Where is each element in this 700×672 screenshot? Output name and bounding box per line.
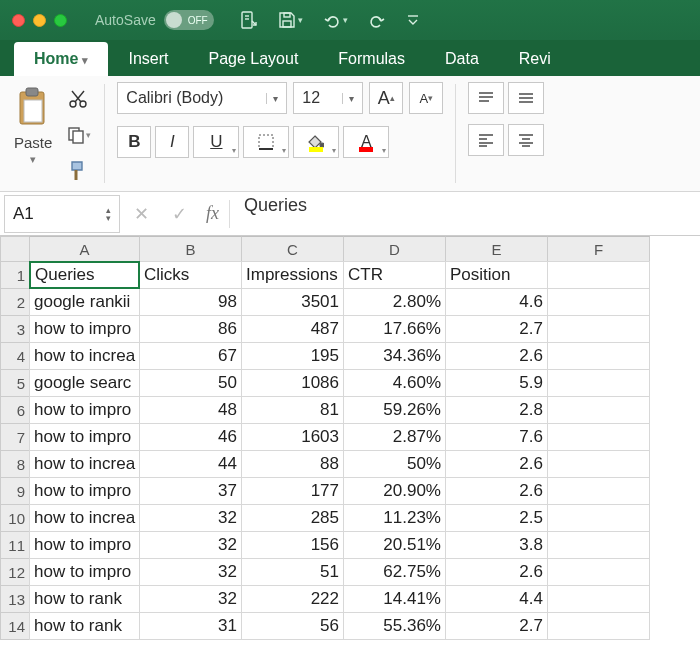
row-header[interactable]: 12 xyxy=(0,558,30,586)
cell-C13[interactable]: 222 xyxy=(241,585,344,613)
cell-B14[interactable]: 31 xyxy=(139,612,242,640)
row-header[interactable]: 10 xyxy=(0,504,30,532)
cell-F12[interactable] xyxy=(547,558,650,586)
shrink-font-button[interactable]: A▾ xyxy=(409,82,443,114)
autosave-switch[interactable]: OFF xyxy=(164,10,214,30)
cell-B5[interactable]: 50 xyxy=(139,369,242,397)
cell-F2[interactable] xyxy=(547,288,650,316)
col-header-A[interactable]: A xyxy=(29,236,140,262)
cell-C4[interactable]: 195 xyxy=(241,342,344,370)
cell-E2[interactable]: 4.6 xyxy=(445,288,548,316)
tab-review[interactable]: Revi xyxy=(499,42,571,76)
cell-D8[interactable]: 50% xyxy=(343,450,446,478)
cell-D2[interactable]: 2.80% xyxy=(343,288,446,316)
cell-B4[interactable]: 67 xyxy=(139,342,242,370)
row-header[interactable]: 7 xyxy=(0,423,30,451)
accept-formula-icon[interactable]: ✓ xyxy=(162,197,196,231)
row-header[interactable]: 9 xyxy=(0,477,30,505)
cell-E3[interactable]: 2.7 xyxy=(445,315,548,343)
cell-B12[interactable]: 32 xyxy=(139,558,242,586)
cell-E1[interactable]: Position xyxy=(445,261,548,289)
save-icon[interactable]: ▾ xyxy=(278,11,303,29)
row-header[interactable]: 5 xyxy=(0,369,30,397)
cell-D5[interactable]: 4.60% xyxy=(343,369,446,397)
cell-A7[interactable]: how to impro xyxy=(29,423,140,451)
cell-D14[interactable]: 55.36% xyxy=(343,612,446,640)
fx-label[interactable]: fx xyxy=(200,203,225,224)
cell-F9[interactable] xyxy=(547,477,650,505)
cell-D7[interactable]: 2.87% xyxy=(343,423,446,451)
cell-F13[interactable] xyxy=(547,585,650,613)
cell-A9[interactable]: how to impro xyxy=(29,477,140,505)
cell-F14[interactable] xyxy=(547,612,650,640)
cell-A3[interactable]: how to impro xyxy=(29,315,140,343)
cell-E5[interactable]: 5.9 xyxy=(445,369,548,397)
cell-D10[interactable]: 11.23% xyxy=(343,504,446,532)
col-header-C[interactable]: C xyxy=(241,236,344,262)
cell-E10[interactable]: 2.5 xyxy=(445,504,548,532)
cell-D4[interactable]: 34.36% xyxy=(343,342,446,370)
align-left-button[interactable] xyxy=(468,124,504,156)
copy-icon[interactable]: ▾ xyxy=(64,122,92,148)
row-header[interactable]: 3 xyxy=(0,315,30,343)
col-header-F[interactable]: F xyxy=(547,236,650,262)
cell-D12[interactable]: 62.75% xyxy=(343,558,446,586)
cell-B13[interactable]: 32 xyxy=(139,585,242,613)
col-header-D[interactable]: D xyxy=(343,236,446,262)
cell-D6[interactable]: 59.26% xyxy=(343,396,446,424)
cell-B7[interactable]: 46 xyxy=(139,423,242,451)
cancel-formula-icon[interactable]: ✕ xyxy=(124,197,158,231)
cell-F3[interactable] xyxy=(547,315,650,343)
cell-E4[interactable]: 2.6 xyxy=(445,342,548,370)
cell-A6[interactable]: how to impro xyxy=(29,396,140,424)
cell-B11[interactable]: 32 xyxy=(139,531,242,559)
cell-F6[interactable] xyxy=(547,396,650,424)
col-header-B[interactable]: B xyxy=(139,236,242,262)
formula-input[interactable]: Queries xyxy=(234,195,696,233)
cell-B3[interactable]: 86 xyxy=(139,315,242,343)
row-header[interactable]: 4 xyxy=(0,342,30,370)
underline-button[interactable]: U▾ xyxy=(193,126,239,158)
cell-B10[interactable]: 32 xyxy=(139,504,242,532)
cell-C5[interactable]: 1086 xyxy=(241,369,344,397)
cell-E7[interactable]: 7.6 xyxy=(445,423,548,451)
cell-C8[interactable]: 88 xyxy=(241,450,344,478)
undo-icon[interactable]: ▾ xyxy=(323,11,348,29)
select-all-corner[interactable] xyxy=(0,236,30,262)
cell-E14[interactable]: 2.7 xyxy=(445,612,548,640)
italic-button[interactable]: I xyxy=(155,126,189,158)
fill-color-button[interactable]: ▾ xyxy=(293,126,339,158)
cell-A11[interactable]: how to impro xyxy=(29,531,140,559)
close-window-icon[interactable] xyxy=(12,14,25,27)
cell-B9[interactable]: 37 xyxy=(139,477,242,505)
cell-C12[interactable]: 51 xyxy=(241,558,344,586)
cell-A12[interactable]: how to impro xyxy=(29,558,140,586)
cell-C6[interactable]: 81 xyxy=(241,396,344,424)
cell-E9[interactable]: 2.6 xyxy=(445,477,548,505)
quick-access-dropdown-icon[interactable] xyxy=(406,13,420,27)
cell-C11[interactable]: 156 xyxy=(241,531,344,559)
cell-F10[interactable] xyxy=(547,504,650,532)
cell-B6[interactable]: 48 xyxy=(139,396,242,424)
cell-F11[interactable] xyxy=(547,531,650,559)
cell-B2[interactable]: 98 xyxy=(139,288,242,316)
cell-A4[interactable]: how to increa xyxy=(29,342,140,370)
font-color-button[interactable]: A ▾ xyxy=(343,126,389,158)
cell-C10[interactable]: 285 xyxy=(241,504,344,532)
cell-E12[interactable]: 2.6 xyxy=(445,558,548,586)
row-header[interactable]: 8 xyxy=(0,450,30,478)
cell-A5[interactable]: google searc xyxy=(29,369,140,397)
cell-E11[interactable]: 3.8 xyxy=(445,531,548,559)
cell-A8[interactable]: how to increa xyxy=(29,450,140,478)
cell-E6[interactable]: 2.8 xyxy=(445,396,548,424)
tab-data[interactable]: Data xyxy=(425,42,499,76)
row-header[interactable]: 11 xyxy=(0,531,30,559)
fullscreen-window-icon[interactable] xyxy=(54,14,67,27)
font-size-combo[interactable]: 12 ▾ xyxy=(293,82,363,114)
borders-button[interactable]: ▾ xyxy=(243,126,289,158)
name-box-spinner[interactable]: ▴▾ xyxy=(106,206,111,222)
cell-D9[interactable]: 20.90% xyxy=(343,477,446,505)
cell-F4[interactable] xyxy=(547,342,650,370)
cell-D1[interactable]: CTR xyxy=(343,261,446,289)
cell-A14[interactable]: how to rank xyxy=(29,612,140,640)
